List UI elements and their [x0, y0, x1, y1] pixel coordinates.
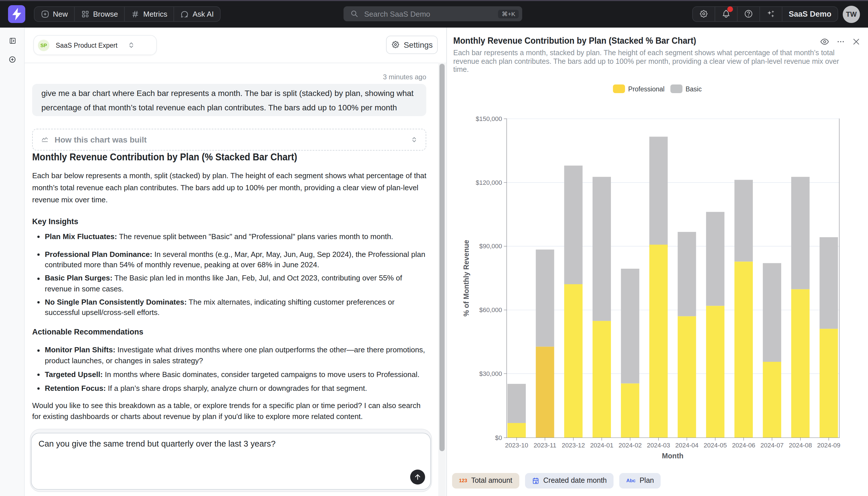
svg-text:2024-03: 2024-03	[646, 442, 670, 449]
svg-text:$150,000: $150,000	[476, 115, 502, 122]
svg-text:2024-01: 2024-01	[590, 442, 613, 449]
svg-text:$30,000: $30,000	[479, 370, 502, 377]
svg-text:2023-11: 2023-11	[533, 442, 556, 449]
svg-text:$0: $0	[495, 434, 502, 441]
svg-text:2023-10: 2023-10	[505, 442, 528, 449]
svg-text:Month: Month	[662, 452, 683, 460]
svg-text:2024-05: 2024-05	[703, 442, 727, 449]
svg-text:2024-06: 2024-06	[732, 442, 755, 449]
svg-text:% of Monthly Revenue: % of Monthly Revenue	[462, 240, 470, 317]
svg-text:2024-04: 2024-04	[675, 442, 698, 449]
svg-text:2024-09: 2024-09	[817, 442, 840, 449]
svg-text:2023-12: 2023-12	[562, 442, 585, 449]
svg-text:$90,000: $90,000	[479, 243, 502, 250]
svg-text:$60,000: $60,000	[479, 306, 502, 313]
svg-text:$120,000: $120,000	[476, 179, 502, 186]
svg-text:2024-07: 2024-07	[760, 442, 783, 449]
svg-text:2024-08: 2024-08	[788, 442, 812, 449]
svg-text:2024-02: 2024-02	[618, 442, 641, 449]
